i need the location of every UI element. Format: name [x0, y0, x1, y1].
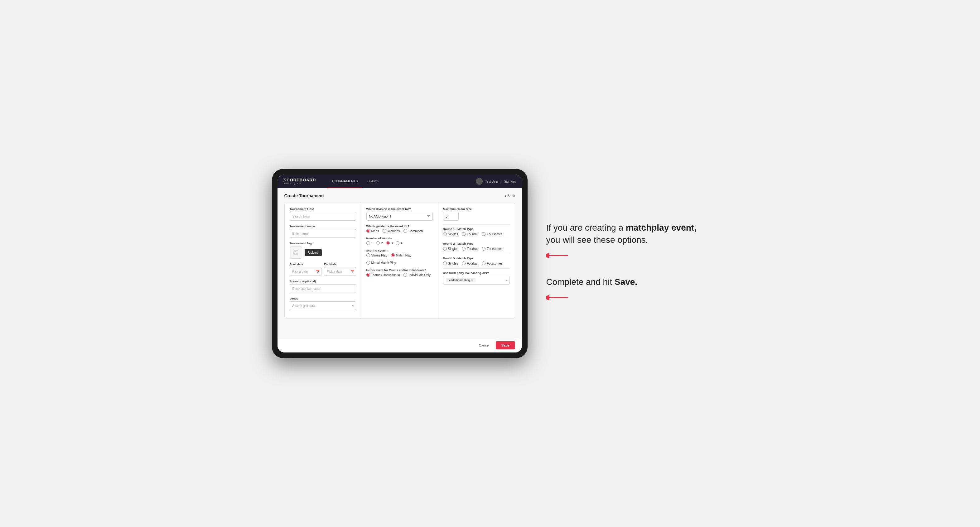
form-col-1: Tournament Host Tournament name Tourname… — [285, 203, 361, 318]
venue-input-wrap: ▾ — [290, 302, 356, 310]
gender-womens[interactable]: Womens — [383, 229, 400, 233]
round2-foursomes-label: Foursomes — [487, 247, 502, 251]
round2-fourball[interactable]: Fourball — [462, 247, 478, 251]
division-select[interactable]: NCAA Division I — [366, 212, 433, 221]
nav-separator: | — [501, 180, 502, 183]
svg-point-1 — [295, 251, 296, 252]
sponsor-input[interactable] — [290, 284, 356, 293]
chevron-down-icon: ▾ — [352, 304, 353, 308]
gender-label: Which gender is the event for? — [366, 224, 433, 228]
round-3-radio[interactable] — [386, 241, 390, 245]
round-3[interactable]: 3 — [386, 241, 393, 245]
individuals-option[interactable]: Individuals Only — [404, 273, 431, 277]
scoring-match[interactable]: Match Play — [391, 253, 411, 257]
nav-link-teams[interactable]: TEAMS — [362, 175, 383, 188]
gender-womens-radio[interactable] — [383, 229, 386, 233]
back-button[interactable]: ‹ Back — [505, 194, 515, 198]
page-title: Create Tournament — [284, 193, 324, 198]
scoring-match-radio[interactable] — [391, 253, 395, 257]
gender-combined-radio[interactable] — [404, 229, 407, 233]
round2-foursomes[interactable]: Foursomes — [482, 247, 502, 251]
round3-fourball-radio[interactable] — [462, 262, 466, 265]
round1-match-type: Round 1 - Match Type Singles Fourball — [443, 227, 510, 236]
nav-bar: SCOREBOARD Powered by clippit TOURNAMENT… — [277, 175, 522, 188]
max-team-input[interactable] — [443, 212, 459, 221]
sponsor-label: Sponsor (optional) — [290, 279, 356, 283]
round-4-radio[interactable] — [396, 241, 399, 245]
round-2[interactable]: 2 — [376, 241, 383, 245]
back-label: Back — [507, 194, 515, 198]
round2-foursomes-radio[interactable] — [482, 247, 485, 251]
gender-womens-label: Womens — [388, 229, 400, 233]
round3-foursomes-radio[interactable] — [482, 262, 485, 265]
round2-fourball-radio[interactable] — [462, 247, 466, 251]
brand-sub: Powered by clippit — [284, 182, 316, 185]
teams-radio-group: Teams (+Individuals) Individuals Only — [366, 273, 433, 277]
svg-rect-0 — [294, 251, 298, 254]
round2-singles[interactable]: Singles — [443, 247, 458, 251]
tournament-host-input[interactable] — [290, 212, 356, 221]
start-date-label: Start date — [290, 262, 322, 266]
scoring-stroke-radio[interactable] — [366, 253, 370, 257]
gender-mens[interactable]: Mens — [366, 229, 379, 233]
nav-brand: SCOREBOARD Powered by clippit — [284, 178, 316, 185]
round1-foursomes[interactable]: Foursomes — [482, 232, 502, 236]
round-1[interactable]: 1 — [366, 241, 373, 245]
scoring-stroke[interactable]: Stroke Play — [366, 253, 387, 257]
scoring-group: Scoring system Stroke Play Match Play — [366, 249, 433, 265]
scoring-medal-radio[interactable] — [366, 261, 370, 265]
round-1-radio[interactable] — [366, 241, 370, 245]
form-col-2: Which division is the event for? NCAA Di… — [361, 203, 438, 318]
round1-singles-label: Singles — [448, 232, 458, 236]
annotation-bottom-bold: Save. — [614, 277, 637, 287]
venue-input[interactable] — [290, 302, 356, 310]
round3-fourball[interactable]: Fourball — [462, 262, 478, 265]
gender-combined-label: Combined — [409, 229, 423, 233]
round-2-radio[interactable] — [376, 241, 380, 245]
separator-1 — [443, 224, 510, 225]
end-date-wrap: 📅 — [324, 267, 356, 276]
save-button[interactable]: Save — [496, 341, 515, 349]
gender-mens-label: Mens — [371, 229, 379, 233]
rounds-radio-group: 1 2 3 — [366, 241, 433, 245]
scoring-medal[interactable]: Medal Match Play — [366, 261, 396, 265]
gender-mens-radio[interactable] — [366, 229, 370, 233]
tournament-logo-label: Tournament logo — [290, 241, 356, 245]
round3-foursomes[interactable]: Foursomes — [482, 262, 502, 265]
separator-3 — [443, 254, 510, 254]
sign-out-link[interactable]: Sign out — [504, 180, 516, 183]
teams-radio[interactable] — [366, 273, 370, 277]
round-4[interactable]: 4 — [396, 241, 402, 245]
cancel-button[interactable]: Cancel — [475, 341, 493, 349]
start-date-wrap: 📅 — [290, 267, 322, 276]
gender-combined[interactable]: Combined — [404, 229, 423, 233]
tournament-name-input[interactable] — [290, 229, 356, 238]
teams-label: Is this event for Teams and/or Individua… — [366, 268, 433, 272]
sponsor-group: Sponsor (optional) — [290, 279, 356, 293]
content-area: Create Tournament ‹ Back Tournament Host — [277, 188, 522, 338]
round1-fourball-radio[interactable] — [462, 232, 466, 236]
round1-fourball[interactable]: Fourball — [462, 232, 478, 236]
tablet-screen: SCOREBOARD Powered by clippit TOURNAMENT… — [277, 175, 522, 352]
round3-singles-radio[interactable] — [443, 262, 447, 265]
form-grid: Tournament Host Tournament name Tourname… — [284, 203, 515, 319]
round3-label: Round 3 - Match Type — [443, 257, 510, 260]
separator-4 — [443, 268, 510, 269]
round1-singles-radio[interactable] — [443, 232, 447, 236]
upload-button[interactable]: Upload — [305, 249, 322, 256]
nav-link-tournaments[interactable]: TOURNAMENTS — [327, 175, 362, 188]
round2-singles-radio[interactable] — [443, 247, 447, 251]
tag-close-icon[interactable]: ✕ — [471, 279, 474, 282]
round2-singles-label: Singles — [448, 247, 458, 251]
round3-singles-label: Singles — [448, 262, 458, 265]
form-footer: Cancel Save — [277, 338, 522, 352]
round1-foursomes-radio[interactable] — [482, 232, 485, 236]
rounds-label: Number of rounds — [366, 237, 433, 240]
round3-singles[interactable]: Singles — [443, 262, 458, 265]
round1-singles[interactable]: Singles — [443, 232, 458, 236]
logo-upload-area: Upload — [290, 246, 356, 259]
third-party-input-wrap[interactable]: Leaderboard King ✕ ▾ — [443, 276, 510, 284]
tournament-name-group: Tournament name — [290, 224, 356, 238]
teams-option[interactable]: Teams (+Individuals) — [366, 273, 400, 277]
individuals-radio[interactable] — [404, 273, 407, 277]
